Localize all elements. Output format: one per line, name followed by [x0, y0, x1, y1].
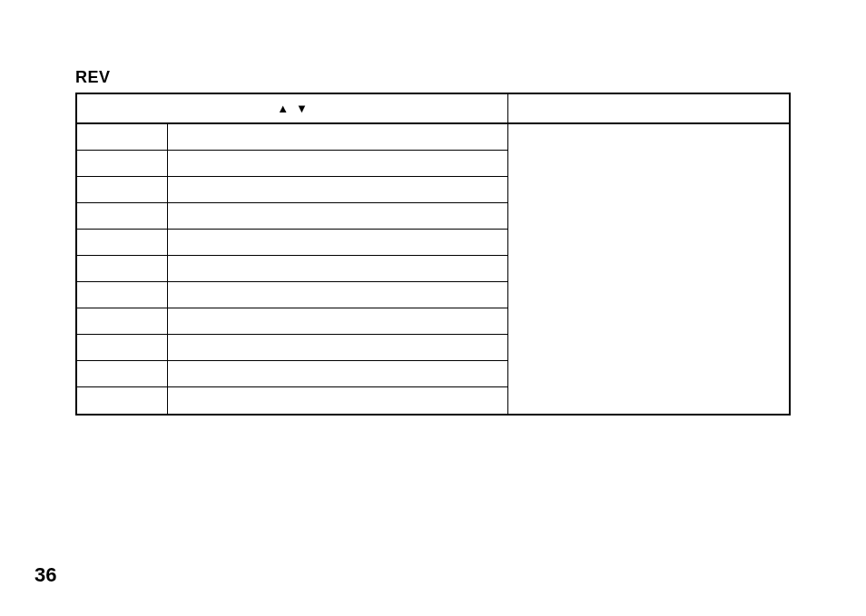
row-cell-2: [168, 230, 507, 255]
row-cell-2: [168, 335, 507, 360]
row-cell-1: [77, 308, 168, 334]
table-row: [77, 256, 507, 282]
row-cell-1: [77, 256, 168, 281]
table-row: [77, 361, 507, 387]
row-cell-1: [77, 282, 168, 308]
table-row: [77, 335, 507, 361]
table-row: [77, 177, 507, 203]
header-left-cell: ▲ ▼: [77, 94, 508, 122]
table-row: [77, 151, 507, 177]
row-cell-2: [168, 177, 507, 202]
row-cell-2: [168, 387, 507, 414]
row-cell-1: [77, 335, 168, 360]
table-right-section: [508, 124, 789, 414]
table-row: [77, 124, 507, 151]
table: ▲ ▼: [75, 93, 791, 416]
row-cell-2: [168, 256, 507, 281]
arrow-down-icon: ▼: [296, 103, 308, 114]
row-cell-2: [168, 203, 507, 229]
table-row: [77, 203, 507, 230]
row-cell-2: [168, 308, 507, 334]
row-cell-1: [77, 151, 168, 176]
table-row: [77, 282, 507, 308]
arrow-up-icon: ▲: [277, 103, 289, 114]
row-cell-1: [77, 361, 168, 386]
row-cell-2: [168, 361, 507, 386]
header-right-cell: [508, 94, 789, 122]
row-cell-2: [168, 282, 507, 308]
table-body: [77, 124, 789, 414]
page-container: REV ▲ ▼: [0, 0, 866, 616]
table-row: [77, 308, 507, 335]
row-cell-1: [77, 387, 168, 414]
row-cell-1: [77, 203, 168, 229]
table-left-section: [77, 124, 508, 414]
row-cell-2: [168, 124, 507, 150]
row-cell-2: [168, 151, 507, 176]
table-row: [77, 387, 507, 414]
table-row: [77, 230, 507, 256]
page-title: REV: [75, 68, 791, 87]
table-header: ▲ ▼: [77, 94, 789, 124]
row-cell-1: [77, 177, 168, 202]
page-number: 36: [34, 563, 56, 587]
row-cell-1: [77, 124, 168, 150]
row-cell-1: [77, 230, 168, 255]
